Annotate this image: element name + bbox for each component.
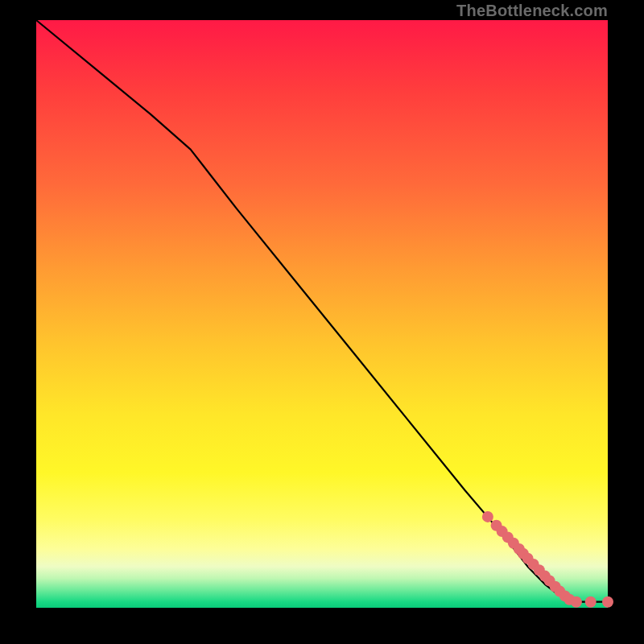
- attribution-label: TheBottleneck.com: [456, 2, 608, 20]
- chart-overlay: [36, 20, 608, 608]
- data-points-group: [482, 511, 613, 608]
- bottleneck-curve: [36, 20, 608, 602]
- data-point: [602, 597, 613, 608]
- data-point: [571, 597, 582, 608]
- data-point: [482, 511, 493, 522]
- chart-frame: TheBottleneck.com: [0, 0, 644, 644]
- data-point: [585, 597, 597, 608]
- plot-area: [36, 20, 608, 608]
